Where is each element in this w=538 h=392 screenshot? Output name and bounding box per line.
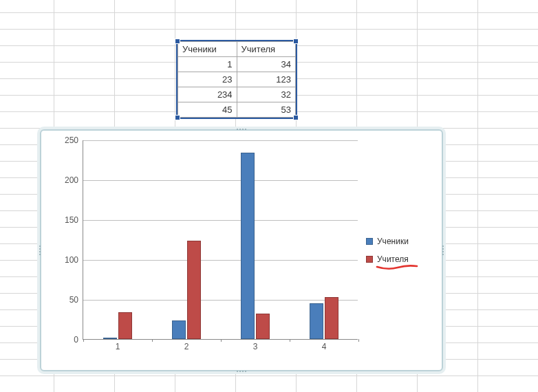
- x-tick-label: 1: [116, 342, 120, 351]
- y-tick-label: 100: [65, 255, 78, 265]
- selection-handle-icon[interactable]: [293, 115, 299, 120]
- y-axis: 050100150200250: [54, 140, 83, 340]
- bar[interactable]: [172, 320, 186, 339]
- table-header-row: Ученики Учителя: [178, 42, 296, 57]
- gridline: [83, 140, 358, 141]
- legend-item[interactable]: Учителя: [366, 254, 429, 264]
- cell[interactable]: 1: [178, 57, 237, 72]
- cell[interactable]: 123: [237, 72, 295, 87]
- bar[interactable]: [103, 338, 117, 339]
- gridline: [83, 180, 358, 181]
- legend-label: Ученики: [377, 237, 409, 246]
- selection-handle-icon[interactable]: [175, 115, 180, 120]
- x-tick-mark: [152, 339, 153, 342]
- table-row: 234 32: [178, 87, 296, 102]
- bar[interactable]: [118, 312, 132, 339]
- col-header[interactable]: Ученики: [178, 42, 237, 57]
- selection-handle-icon[interactable]: [293, 39, 299, 44]
- cell[interactable]: 23: [178, 72, 237, 87]
- legend-label: Учителя: [377, 254, 409, 264]
- chart-resize-handle-icon[interactable]: [442, 246, 444, 255]
- data-table: Ученики Учителя 1 34 23 123 234 32 45 53: [177, 41, 296, 118]
- selection-handle-icon[interactable]: [175, 39, 180, 44]
- legend-swatch-icon: [366, 238, 373, 245]
- table-row: 1 34: [178, 57, 296, 72]
- x-tick-label: 4: [322, 342, 327, 351]
- cell[interactable]: 234: [178, 87, 237, 102]
- bar[interactable]: [325, 297, 338, 339]
- col-header[interactable]: Учителя: [237, 42, 295, 57]
- legend-swatch-icon: [366, 256, 373, 263]
- chart-resize-handle-icon[interactable]: [237, 129, 246, 130]
- x-axis: 1234: [83, 342, 358, 356]
- cell[interactable]: 53: [237, 102, 295, 118]
- x-tick-label: 2: [184, 342, 189, 351]
- y-tick-label: 250: [65, 135, 78, 145]
- plot-area[interactable]: 1234: [83, 140, 358, 340]
- chart-legend[interactable]: Ученики Учителя: [358, 140, 429, 360]
- x-tick-label: 3: [253, 342, 258, 351]
- x-tick-mark: [221, 339, 222, 342]
- table-row: 45 53: [178, 102, 296, 118]
- gridline: [83, 220, 358, 221]
- cell[interactable]: 34: [237, 57, 295, 72]
- y-tick-label: 150: [65, 215, 78, 225]
- x-tick-mark: [290, 339, 290, 342]
- cell[interactable]: 32: [237, 87, 295, 102]
- embedded-chart[interactable]: 050100150200250 1234 Ученики Учителя: [40, 129, 443, 371]
- y-tick-label: 50: [69, 295, 78, 305]
- y-tick-label: 0: [74, 335, 78, 345]
- chart-resize-handle-icon[interactable]: [237, 371, 246, 372]
- x-tick-mark: [83, 339, 84, 342]
- gridline: [83, 300, 358, 301]
- y-tick-label: 200: [65, 175, 78, 185]
- bar[interactable]: [310, 303, 323, 339]
- cell[interactable]: 45: [178, 102, 237, 118]
- table-row: 23 123: [178, 72, 296, 87]
- x-tick-mark: [358, 339, 359, 342]
- selected-data-range[interactable]: Ученики Учителя 1 34 23 123 234 32 45 53: [176, 40, 297, 119]
- bar[interactable]: [256, 314, 270, 339]
- gridline: [83, 260, 358, 261]
- bar[interactable]: [241, 153, 255, 339]
- chart-resize-handle-icon[interactable]: [39, 246, 41, 255]
- bar[interactable]: [187, 241, 201, 339]
- annotation-underline-icon: [376, 264, 418, 271]
- legend-item[interactable]: Ученики: [366, 237, 429, 246]
